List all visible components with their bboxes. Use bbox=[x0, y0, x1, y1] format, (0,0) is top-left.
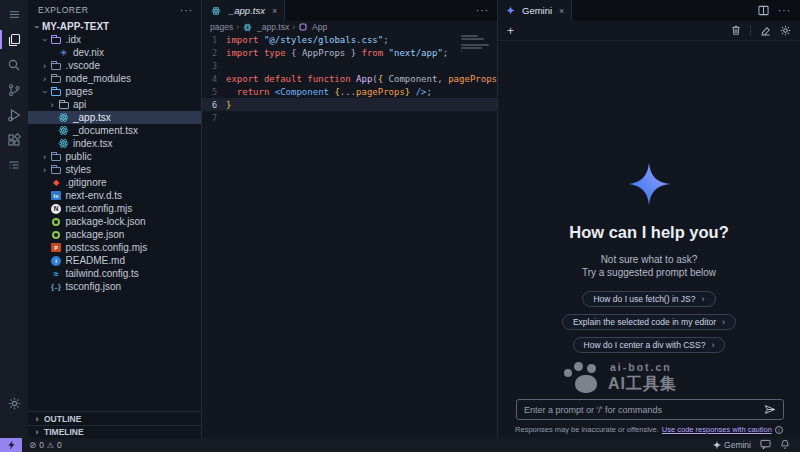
code-line: 5 return <Component {...pageProps} />; bbox=[202, 85, 497, 98]
warnings-icon: ⚠ bbox=[47, 441, 54, 450]
tree-item--idx[interactable]: ›.idx bbox=[28, 33, 201, 46]
tree-item-index-tsx[interactable]: index.tsx bbox=[28, 137, 201, 150]
outline-section[interactable]: › OUTLINE bbox=[28, 412, 201, 425]
file-label: .gitignore bbox=[66, 177, 107, 188]
info-icon[interactable]: i bbox=[775, 426, 783, 434]
tree-item-next-config-mjs[interactable]: Nnext.config.mjs bbox=[28, 202, 201, 215]
file-label: styles bbox=[66, 164, 92, 175]
tree-item-readme-md[interactable]: iREADME.md bbox=[28, 254, 201, 267]
tree-item--vscode[interactable]: ›.vscode bbox=[28, 59, 201, 72]
tree-item-node-modules[interactable]: ›node_modules bbox=[28, 72, 201, 85]
tree-item-dev-nix[interactable]: ✳dev.nix bbox=[28, 46, 201, 59]
tree-item--app-tsx[interactable]: _app.tsx bbox=[28, 111, 201, 124]
chevron-right-icon: › bbox=[40, 61, 50, 71]
prompt-input[interactable] bbox=[524, 405, 764, 415]
settings-gear-icon[interactable] bbox=[0, 391, 28, 416]
tree-item-package-json[interactable]: package.json bbox=[28, 228, 201, 241]
folder-api-icon bbox=[57, 99, 70, 111]
gemini-sparkle-icon bbox=[505, 5, 515, 17]
send-icon[interactable] bbox=[764, 401, 776, 419]
feedback-icon[interactable] bbox=[760, 439, 771, 452]
breadcrumb-pages[interactable]: pages bbox=[210, 22, 233, 32]
tree-item-api[interactable]: ›api bbox=[28, 98, 201, 111]
source-control-icon[interactable] bbox=[0, 77, 28, 102]
new-chat-icon[interactable]: + bbox=[507, 24, 514, 38]
run-debug-icon[interactable] bbox=[0, 102, 28, 127]
tree-item-tsconfig-json[interactable]: {..}tsconfig.json bbox=[28, 280, 201, 293]
explorer-title: EXPLORER bbox=[38, 5, 88, 15]
gear-icon[interactable] bbox=[780, 22, 791, 40]
close-icon[interactable]: × bbox=[272, 6, 277, 16]
gemini-more-icon[interactable]: ··· bbox=[778, 5, 791, 16]
breadcrumb-symbol[interactable]: App bbox=[298, 21, 327, 33]
gemini-heading: How can I help you? bbox=[569, 223, 729, 242]
prompt-suggestion[interactable]: Explain the selected code in my editor› bbox=[562, 314, 736, 330]
tree-item-styles[interactable]: ›styles bbox=[28, 163, 201, 176]
search-icon[interactable] bbox=[0, 52, 28, 77]
explorer-more-icon[interactable]: ··· bbox=[180, 5, 193, 16]
extensions-icon[interactable] bbox=[0, 127, 28, 152]
tree-item-pages[interactable]: ›pages bbox=[28, 85, 201, 98]
tree-item--document-tsx[interactable]: _document.tsx bbox=[28, 124, 201, 137]
tree-item-public[interactable]: ›public bbox=[28, 150, 201, 163]
file-label: postcss.config.mjs bbox=[66, 242, 148, 253]
file-label: next.config.mjs bbox=[66, 203, 133, 214]
menu-icon[interactable] bbox=[0, 2, 28, 27]
remote-indicator[interactable] bbox=[0, 438, 22, 452]
folder-vscode-icon bbox=[50, 60, 63, 72]
folder-idx-icon bbox=[50, 34, 63, 46]
chevron-down-icon: › bbox=[40, 35, 50, 45]
symbol-class-icon bbox=[298, 21, 307, 33]
code-editor[interactable]: 1import "@/styles/globals.css";2import t… bbox=[202, 33, 497, 438]
caution-link[interactable]: Use code responses with caution bbox=[662, 425, 772, 434]
tree-item-tailwind-config-ts[interactable]: ≈tailwind.config.ts bbox=[28, 267, 201, 280]
breadcrumb: pages › _app.tsx › App bbox=[202, 21, 497, 33]
timeline-section[interactable]: › TIMELINE bbox=[28, 425, 201, 438]
breadcrumb-file[interactable]: _app.tsx bbox=[242, 21, 289, 33]
activity-bar bbox=[0, 0, 28, 438]
tree-item-package-lock-json[interactable]: package-lock.json bbox=[28, 215, 201, 228]
ports-icon[interactable] bbox=[0, 152, 28, 177]
errors-icon: ⊘ bbox=[29, 440, 36, 450]
tree-item-postcss-config-mjs[interactable]: Ppostcss.config.mjs bbox=[28, 241, 201, 254]
tree-item--gitignore[interactable]: ◆.gitignore bbox=[28, 176, 201, 189]
gemini-logo bbox=[628, 163, 670, 209]
problems-indicator[interactable]: ⊘ 0 ⚠ 0 bbox=[29, 440, 62, 450]
file-label: .idx bbox=[66, 34, 82, 45]
tree-item-next-env-d-ts[interactable]: tsnext-env.d.ts bbox=[28, 189, 201, 202]
file-label: tsconfig.json bbox=[66, 281, 122, 292]
gemini-subtitle: Not sure what to ask? Try a suggested pr… bbox=[582, 253, 716, 279]
explorer-icon[interactable] bbox=[0, 27, 28, 52]
suggested-prompts: How do I use fetch() in JS?›Explain the … bbox=[562, 291, 736, 353]
chevron-right-icon: › bbox=[32, 414, 42, 424]
minimap[interactable] bbox=[461, 35, 491, 56]
prompt-suggestion[interactable]: How do I center a div with CSS?› bbox=[573, 337, 726, 353]
file-label: .vscode bbox=[66, 60, 100, 71]
editor-more-icon[interactable]: ··· bbox=[476, 5, 489, 16]
close-icon[interactable]: × bbox=[559, 6, 564, 16]
file-label: README.md bbox=[66, 255, 125, 266]
file-tree: › MY-APP-TEXT ›.idx✳dev.nix›.vscode›node… bbox=[28, 20, 201, 411]
code-line: 7 bbox=[202, 111, 497, 124]
split-editor-icon[interactable] bbox=[758, 2, 769, 20]
code-line: 3 bbox=[202, 59, 497, 72]
gemini-toolbar: + bbox=[498, 21, 800, 41]
prompt-suggestion[interactable]: How do I use fetch() in JS?› bbox=[582, 291, 715, 307]
clear-icon[interactable] bbox=[760, 22, 771, 40]
tab-gemini[interactable]: Gemini × bbox=[498, 0, 572, 21]
trash-icon[interactable] bbox=[731, 22, 741, 40]
code-line: 6} bbox=[202, 98, 497, 111]
chevron-right-icon: › bbox=[32, 427, 42, 437]
react-icon bbox=[242, 21, 252, 33]
react-icon bbox=[57, 112, 70, 124]
file-label: pages bbox=[66, 86, 93, 97]
chevron-right-icon: › bbox=[40, 165, 50, 175]
chevron-right-icon: › bbox=[722, 317, 725, 327]
notifications-bell-icon[interactable] bbox=[780, 439, 790, 452]
git-icon: ◆ bbox=[50, 177, 63, 189]
gemini-status-item[interactable]: Gemini bbox=[713, 440, 751, 450]
chevron-right-icon: › bbox=[702, 294, 705, 304]
tree-item-root[interactable]: › MY-APP-TEXT bbox=[28, 20, 201, 33]
file-label: node_modules bbox=[66, 73, 132, 84]
tab-app-tsx[interactable]: _app.tsx × bbox=[202, 0, 285, 21]
